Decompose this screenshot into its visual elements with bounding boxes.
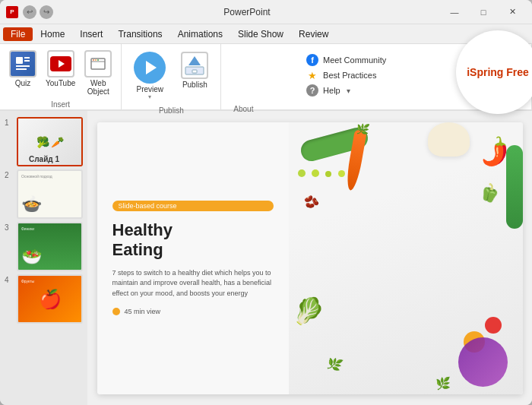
preview-button[interactable]: Preview ▾ [128,49,172,103]
slide-thumbnail-4[interactable]: 4 Фрукты 🍎 [5,274,83,324]
meet-community-link[interactable]: f Meet Community [305,53,388,67]
snap-pea-2: 🫘 [304,195,319,209]
slide-panel: 1 🥦 🥕 Слайд 1 2 Основной подход 🍲 [0,111,87,405]
svg-rect-4 [16,68,27,70]
youtube-label: YouTube [46,79,75,87]
web-object-icon [84,50,112,78]
slide-title: Healthy Eating [112,220,274,261]
slide-number-3: 3 [5,223,14,232]
help-link[interactable]: ? Help ▾ [305,84,388,97]
slide-view: Slide-based course Healthy Eating 7 step… [87,111,532,405]
slide-number-1: 1 [5,119,14,127]
publish-button[interactable]: Publish [175,49,214,92]
purple-cabbage [458,337,508,387]
svg-rect-12 [192,70,197,73]
minimize-button[interactable]: — [441,3,468,21]
quiz-button[interactable]: Quiz [6,49,40,89]
about-links: f Meet Community ★ Best Practices ? Help… [299,49,394,102]
spinach: 🥬 [293,296,325,326]
youtube-button[interactable]: YouTube [43,49,78,89]
slide-content-left: Slide-based course Healthy Eating 7 step… [97,122,289,394]
quick-access-toolbar: ↩ ↪ [23,5,53,19]
slide-number-2: 2 [5,171,14,179]
svg-point-8 [95,59,97,61]
redo-button[interactable]: ↪ [40,5,53,19]
star-icon: ★ [306,69,318,81]
publish-tools: Preview ▾ Publish [128,49,214,103]
facebook-icon: f [306,54,318,66]
web-object-label: WebObject [87,79,109,96]
slide-image-2: Основной подход 🍲 [17,169,83,219]
insert-tools: Quiz YouTube [6,49,115,97]
ribbon: Quiz YouTube [0,44,532,111]
peas-scattered [296,168,347,182]
veggie-display: 🌿 🌶️ 🫑 🥬 [289,122,523,394]
svg-rect-3 [16,65,30,67]
ispring-badge: iSpring Free [456,30,532,114]
menu-item-transitions[interactable]: Transitions [110,27,169,41]
cauliflower [428,122,470,157]
quiz-icon [9,50,36,78]
slide-description: 7 steps to switch to a healthy diet whic… [112,268,274,299]
course-badge: Slide-based course [112,201,274,211]
menu-item-home[interactable]: Home [33,27,72,41]
web-object-button[interactable]: WebObject [81,49,115,97]
menu-item-slideshow[interactable]: Slide Show [230,27,291,41]
title-bar: P ↩ ↪ PowerPoint — □ ✕ [0,0,532,24]
svg-marker-11 [188,56,201,65]
slide-meta: 45 min view [112,308,274,315]
app-icon: P [6,6,18,18]
about-section-label: About [227,102,253,113]
ribbon-section-insert: Quiz YouTube [0,44,122,109]
insert-section-label: Insert [51,97,70,109]
publish-label: Publish [182,81,207,89]
close-button[interactable]: ✕ [499,3,526,21]
preview-play-icon [134,52,166,84]
main-slide-canvas: Slide-based course Healthy Eating 7 step… [97,122,523,394]
slide-thumbnail-2[interactable]: 2 Основной подход 🍲 [5,169,83,219]
menu-item-file[interactable]: File [3,27,33,41]
powerpoint-window: P ↩ ↪ PowerPoint — □ ✕ File Home Insert … [0,0,532,405]
slide-thumbnail-1[interactable]: 1 🥦 🥕 Слайд 1 [5,117,83,166]
help-label: Help [323,86,340,95]
slide-duration: 45 min view [125,308,161,315]
svg-rect-1 [24,57,30,59]
ribbon-section-about: f Meet Community ★ Best Practices ? Help… [221,44,471,109]
green-herb: 🫑 [477,180,502,206]
svg-rect-2 [24,60,30,62]
window-controls: — □ ✕ [441,3,526,21]
slide-background: Slide-based course Healthy Eating 7 step… [97,122,523,394]
ispring-label: iSpring Free [467,66,529,79]
slide-number-4: 4 [5,276,14,284]
menu-item-insert[interactable]: Insert [72,27,110,41]
maximize-button[interactable]: □ [470,3,497,21]
publish-icon [181,52,208,79]
best-practices-link[interactable]: ★ Best Practices [305,68,388,82]
meet-community-label: Meet Community [323,55,386,65]
menu-item-animations[interactable]: Animations [170,27,230,41]
clock-icon [112,308,120,315]
slide-content-right: 🌿 🌶️ 🫑 🥬 [289,122,523,394]
youtube-icon [47,50,74,78]
preview-dropdown: ▾ [148,93,151,100]
svg-point-7 [93,59,94,61]
red-tomato [485,317,502,334]
menu-bar: File Home Insert Transitions Animations … [0,24,532,44]
undo-button[interactable]: ↩ [23,5,36,19]
ribbon-section-publish: Preview ▾ Publish Publish [122,44,221,109]
menu-item-review[interactable]: Review [291,27,336,41]
preview-label: Preview [137,85,164,93]
publish-section-label: Publish [159,103,184,115]
slide-image-4: Фрукты 🍎 [17,274,83,324]
youtube-play-icon [50,56,71,71]
slide-image-1: 🥦 🥕 Слайд 1 [17,117,83,166]
herb-2: 🌿 [435,376,451,391]
help-icon: ? [306,84,318,97]
slide-thumbnail-3[interactable]: 3 Финики 🥗 [5,222,83,271]
help-dropdown-icon: ▾ [347,87,350,95]
title-bar-left: P ↩ ↪ [6,5,53,19]
main-content: 1 🥦 🥕 Слайд 1 2 Основной подход 🍲 [0,111,532,405]
best-practices-label: Best Practices [323,71,376,80]
quiz-label: Quiz [15,79,31,87]
window-title: PowerPoint [53,7,441,17]
